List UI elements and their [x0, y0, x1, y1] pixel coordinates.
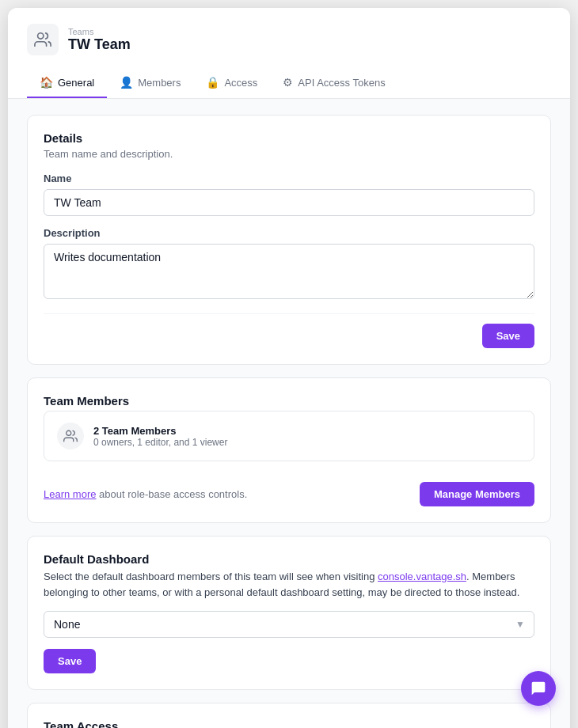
chat-button[interactable]: [521, 671, 556, 706]
team-members-title: Team Members: [44, 394, 534, 408]
dashboard-desc-prefix: Select the default dashboard members of …: [44, 571, 378, 582]
tab-general[interactable]: 🏠 General: [27, 68, 107, 98]
members-info: 2 Team Members 0 owners, 1 editor, and 1…: [93, 425, 227, 448]
team-members-card: Team Members 2 Team Members 0 owners, 1 …: [27, 377, 551, 523]
details-footer: Save: [44, 313, 534, 348]
members-box: 2 Team Members 0 owners, 1 editor, and 1…: [44, 411, 534, 461]
tab-api-label: API Access Tokens: [298, 77, 385, 89]
dashboard-select[interactable]: None: [44, 611, 534, 638]
svg-point-0: [38, 33, 44, 39]
dashboard-description: Select the default dashboard members of …: [44, 569, 534, 600]
tab-general-label: General: [58, 77, 94, 89]
name-label: Name: [44, 173, 534, 184]
lock-icon: 🔒: [206, 76, 219, 89]
dashboard-save-button[interactable]: Save: [44, 649, 96, 673]
members-avatar-icon: [57, 423, 84, 449]
description-label: Description: [44, 227, 534, 239]
team-info: Teams TW Team: [27, 24, 551, 55]
details-title: Details: [44, 131, 534, 145]
breadcrumb: Teams: [68, 27, 131, 36]
tab-members[interactable]: 👤 Members: [107, 68, 193, 98]
team-access-title: Team Access: [44, 719, 534, 728]
dashboard-save-container: Save: [44, 649, 534, 673]
team-title-block: Teams TW Team: [68, 27, 131, 53]
details-save-button[interactable]: Save: [482, 324, 534, 348]
details-card: Details Team name and description. Name …: [27, 115, 551, 365]
members-count-sub: 0 owners, 1 editor, and 1 viewer: [93, 437, 227, 448]
app-window: Teams TW Team 🏠 General 👤 Members 🔒 Acce…: [8, 8, 570, 728]
tab-bar: 🏠 General 👤 Members 🔒 Access ⚙ API Acces…: [27, 68, 551, 98]
home-icon: 🏠: [40, 76, 53, 89]
page-title: TW Team: [68, 36, 131, 53]
api-icon: ⚙: [283, 76, 293, 89]
default-dashboard-card: Default Dashboard Select the default das…: [27, 536, 551, 690]
team-avatar-icon: [27, 24, 59, 55]
description-textarea[interactable]: Writes documentation: [44, 244, 534, 299]
name-input[interactable]: [44, 189, 534, 216]
tab-api-access-tokens[interactable]: ⚙ API Access Tokens: [270, 68, 397, 98]
tab-access[interactable]: 🔒 Access: [193, 68, 270, 98]
learn-more-link[interactable]: Learn more: [44, 488, 96, 500]
learn-more-text: Learn more about role-base access contro…: [44, 488, 247, 500]
manage-members-button[interactable]: Manage Members: [420, 482, 534, 506]
tab-access-label: Access: [224, 77, 257, 89]
svg-point-1: [67, 430, 71, 435]
description-field-group: Description Writes documentation: [44, 227, 534, 302]
dashboard-select-wrapper: None ▼: [44, 611, 534, 638]
learn-more-suffix: about role-base access controls.: [99, 488, 247, 500]
header: Teams TW Team 🏠 General 👤 Members 🔒 Acce…: [8, 8, 570, 99]
members-footer: Learn more about role-base access contro…: [44, 472, 534, 506]
main-content: Details Team name and description. Name …: [8, 99, 570, 728]
console-link[interactable]: console.vantage.sh: [378, 571, 466, 582]
default-dashboard-title: Default Dashboard: [44, 552, 534, 566]
tab-members-label: Members: [138, 77, 181, 89]
members-icon: 👤: [120, 76, 133, 89]
team-access-card: Team Access 1 Workspace: [27, 703, 551, 728]
name-field-group: Name: [44, 173, 534, 216]
members-count-label: 2 Team Members: [93, 425, 227, 437]
details-subtitle: Team name and description.: [44, 148, 534, 160]
